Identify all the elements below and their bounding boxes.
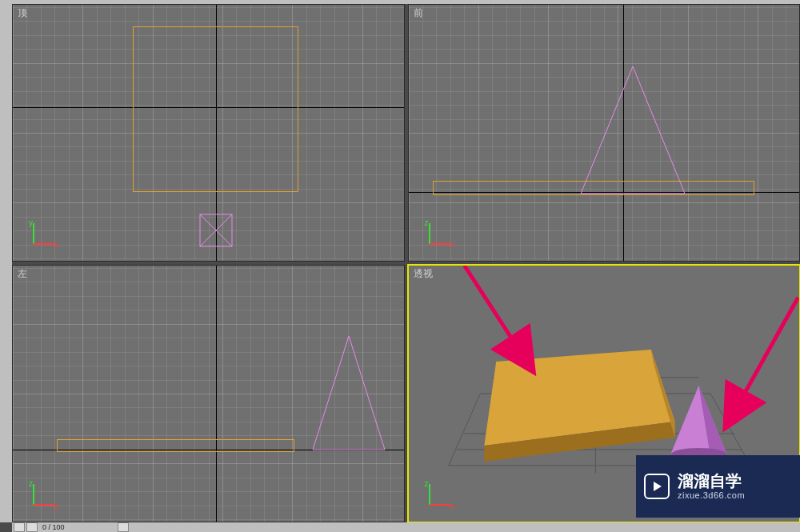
axis-tripod-front: z x	[415, 210, 460, 254]
viewport-grid: 顶 y x 前 z x	[12, 4, 800, 522]
timeline[interactable]: 0 / 100	[12, 522, 800, 532]
grid-front	[409, 5, 800, 261]
svg-marker-13	[484, 350, 674, 446]
grid-left	[13, 266, 404, 522]
viewport-label-front: 前	[414, 6, 423, 20]
cone-shaded[interactable]	[670, 386, 726, 461]
svg-marker-17	[698, 386, 726, 458]
watermark-url: zixue.3d66.com	[678, 490, 745, 501]
viewport-top[interactable]: 顶 y x	[12, 4, 405, 262]
watermark: 溜溜自学 zixue.3d66.com	[636, 455, 800, 518]
axis-tripod-left: z y	[19, 470, 64, 515]
timeline-next-button[interactable]	[26, 522, 38, 532]
viewport-left[interactable]: 左 z y	[12, 265, 405, 522]
arrow-to-box	[464, 266, 531, 370]
timeline-label: 0 / 100	[42, 523, 65, 531]
timeline-prev-button[interactable]	[14, 522, 25, 532]
box-wire-top[interactable]	[133, 26, 298, 192]
box-shaded[interactable]	[484, 350, 674, 462]
box-wire-front[interactable]	[433, 181, 754, 195]
axis-tripod-top: y x	[19, 210, 64, 254]
viewport-label-persp: 透视	[414, 267, 433, 281]
play-icon	[644, 474, 670, 499]
watermark-title: 溜溜自学	[678, 471, 745, 490]
svg-marker-15	[650, 350, 674, 438]
viewport-label-left: 左	[18, 267, 27, 281]
svg-line-10	[448, 394, 480, 466]
axis-tripod-persp: z x	[415, 470, 460, 515]
sidebar-left[interactable]	[0, 4, 12, 522]
box-wire-left[interactable]	[57, 439, 294, 452]
viewport-front[interactable]: 前 z x	[408, 4, 801, 262]
timeline-end-button[interactable]	[118, 522, 129, 532]
viewport-label-top: 顶	[18, 6, 27, 20]
arrow-to-cone	[726, 298, 798, 426]
svg-marker-16	[670, 386, 726, 454]
